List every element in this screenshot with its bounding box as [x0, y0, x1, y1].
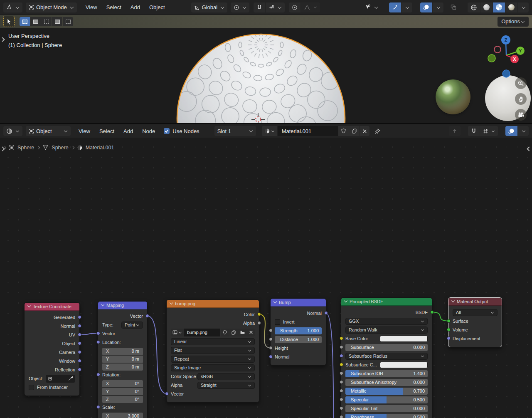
color-swatch-subsurface-c[interactable] — [380, 362, 428, 368]
proportional-falloff-dropdown[interactable] — [301, 2, 320, 12]
distance-socket[interactable] — [269, 337, 273, 341]
dropdown-all[interactable]: All — [453, 309, 498, 316]
pivot-point-dropdown[interactable] — [231, 2, 249, 12]
slider-strength[interactable]: Strength1.000 — [275, 327, 322, 334]
pan-button[interactable] — [515, 93, 527, 105]
snap-settings-dropdown[interactable] — [266, 2, 285, 12]
image-browse-dropdown[interactable] — [171, 329, 184, 336]
node-header-bump-png[interactable]: bump.png — [167, 300, 259, 308]
slot-dropdown[interactable]: Slot 1 — [214, 126, 256, 136]
collapse-icon[interactable] — [344, 299, 347, 302]
node-material-output[interactable]: Material OutputAllSurfaceVolumeDisplacem… — [448, 297, 502, 347]
field-map-y-0-m[interactable]: Y0 m — [102, 356, 143, 363]
unlink-material-button[interactable] — [360, 126, 369, 136]
select-mode-subtract[interactable] — [41, 17, 52, 26]
vector-socket[interactable] — [165, 392, 169, 396]
node-principled-bsdf[interactable]: Principled BSDFBSDFGGXRandom WalkBase Co… — [341, 297, 432, 418]
collapse-icon[interactable] — [451, 299, 455, 302]
editor-type-button[interactable] — [3, 2, 22, 12]
collapse-icon[interactable] — [27, 304, 31, 307]
base-color-socket[interactable] — [340, 336, 343, 340]
reflection-socket[interactable] — [78, 368, 81, 371]
subsurface-anisotropy-socket[interactable] — [340, 380, 343, 384]
dropdown-repeat[interactable]: Repeat — [171, 356, 255, 363]
node-link[interactable] — [147, 316, 167, 394]
node-header-texture-coordinate[interactable]: Texture Coordinate — [25, 303, 79, 311]
strength-socket[interactable] — [269, 329, 273, 332]
image-name-field[interactable]: bump.png — [184, 329, 220, 336]
use-nodes-toggle[interactable]: Use Nodes — [164, 128, 199, 134]
new-material-button[interactable] — [349, 126, 360, 136]
checkbox-from-instancer[interactable] — [29, 385, 34, 390]
window-socket[interactable] — [78, 359, 81, 363]
dropdown-ggx[interactable]: GGX — [345, 318, 428, 325]
node-link[interactable] — [432, 312, 448, 321]
xray-toggle[interactable] — [447, 2, 460, 12]
height-socket[interactable] — [269, 346, 273, 350]
node-header-material-output[interactable]: Material Output — [448, 298, 502, 306]
select-mode-invert[interactable] — [52, 17, 62, 26]
shading-material-button[interactable] — [493, 2, 505, 12]
subsurface-ior-socket[interactable] — [340, 371, 343, 375]
dropdown-color-space[interactable]: sRGB — [197, 373, 255, 380]
gizmo-axis-neg-z[interactable] — [502, 70, 510, 77]
object-socket[interactable] — [78, 341, 81, 345]
field-map-x-0[interactable]: X0° — [102, 380, 143, 387]
mode-dropdown[interactable]: Object Mode — [26, 2, 77, 12]
breadcrumb-mesh[interactable]: Sphere — [52, 145, 68, 151]
node-bump-png[interactable]: bump.pngColorAlphabump.pngLinearFlatRepe… — [166, 299, 259, 403]
eyedropper-icon[interactable] — [68, 376, 73, 381]
slider-metallic[interactable]: Metallic0.700 — [345, 388, 428, 395]
select-mode-new[interactable] — [20, 17, 30, 26]
active-tool-button[interactable] — [3, 16, 15, 27]
options-button[interactable]: Options — [498, 17, 529, 27]
dropdown-single-image[interactable]: Single Image — [171, 364, 255, 371]
dropdown-random-walk[interactable]: Random Walk — [345, 326, 428, 334]
volume-socket[interactable] — [447, 328, 451, 331]
gizmos-toggle[interactable] — [389, 2, 401, 12]
vector-socket[interactable] — [96, 331, 100, 335]
collapse-icon[interactable] — [273, 299, 277, 303]
menu-view[interactable]: View — [81, 2, 102, 12]
slider-specular[interactable]: Specular0.500 — [345, 396, 428, 403]
proportional-edit-button[interactable] — [289, 2, 300, 12]
shader-node-editor[interactable]: Sphere Sphere Material.001 Texture Coord… — [0, 138, 532, 418]
normalin-socket[interactable] — [269, 355, 273, 359]
node-link[interactable] — [326, 313, 341, 418]
snap-toggle-button[interactable] — [254, 2, 265, 12]
color-socket[interactable] — [257, 312, 261, 316]
shader-menu-add[interactable]: Add — [119, 126, 138, 136]
node-snap-toggle[interactable] — [468, 126, 480, 136]
node-header-bump[interactable]: Bump — [271, 299, 326, 307]
material-name-field[interactable]: Material.001 — [278, 126, 338, 136]
slider-subsurface-ior[interactable]: Subsurface IOR1.400 — [345, 370, 428, 377]
open-image-button[interactable] — [238, 329, 247, 336]
node-texture-coordinate[interactable]: Texture CoordinateGeneratedNormalUVObjec… — [24, 302, 80, 396]
slider-subsurface[interactable]: Subsurface0.000 — [345, 344, 428, 351]
collapse-icon[interactable] — [101, 302, 104, 306]
shader-menu-view[interactable]: View — [74, 126, 95, 136]
menu-object[interactable]: Object — [145, 2, 170, 12]
subsurface-c-socket[interactable] — [340, 363, 343, 366]
viewport-3d[interactable]: User Perspective (1) Collection | Sphere… — [0, 28, 532, 124]
subsurface-radius-socket[interactable] — [340, 354, 343, 358]
gizmo-axis-neg-x[interactable] — [494, 46, 501, 53]
gizmos-dropdown[interactable] — [401, 2, 412, 12]
normal-socket[interactable] — [324, 311, 328, 315]
rotation-socket[interactable] — [96, 373, 100, 376]
subsurface-socket[interactable] — [340, 345, 343, 349]
node-bump[interactable]: BumpNormalInvertStrength1.000Distance1.0… — [270, 298, 326, 366]
node-snap-dropdown[interactable] — [480, 126, 498, 136]
dropdown-alpha[interactable]: Straight — [197, 382, 255, 389]
unlink-image-button[interactable] — [247, 329, 255, 336]
normal-socket[interactable] — [78, 324, 81, 328]
select-mode-extend[interactable] — [30, 17, 41, 26]
shader-editor-type-button[interactable] — [3, 126, 22, 136]
show-gizmo-dropdown[interactable] — [362, 2, 381, 12]
breadcrumb-object[interactable]: Sphere — [17, 145, 34, 151]
field-map-x-3-000[interactable]: X3.000 — [102, 413, 143, 418]
shading-solid-button[interactable] — [480, 2, 493, 12]
vector-socket[interactable] — [145, 314, 149, 318]
camera-view-button[interactable] — [515, 109, 527, 121]
roughness-socket[interactable] — [340, 415, 343, 418]
